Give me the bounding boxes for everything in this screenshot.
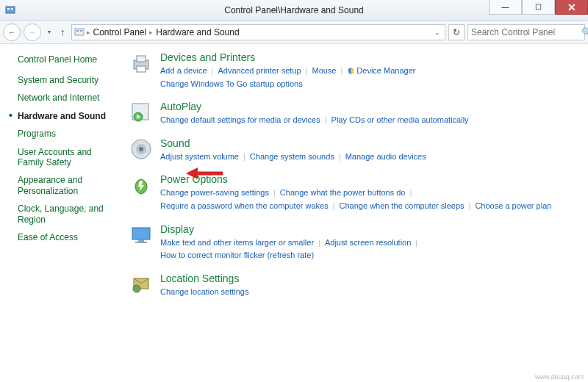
- category-links: Change power-saving settings| Change wha…: [160, 187, 581, 212]
- link-change-sleep[interactable]: Change when the computer sleeps: [340, 200, 465, 213]
- address-bar: ← → ▾ ↑ ▸ Control Panel ▸ Hardware and S…: [0, 21, 588, 44]
- nav-history-dropdown[interactable]: ▾: [44, 24, 54, 41]
- link-adjust-resolution[interactable]: Adjust screen resolution: [325, 237, 411, 250]
- category-links: Change location settings: [160, 286, 581, 299]
- minimize-button[interactable]: —: [489, 0, 522, 15]
- close-button[interactable]: ✕: [555, 0, 588, 15]
- sidebar-item-clock-language-region[interactable]: Clock, Language, and Region: [18, 203, 119, 225]
- printer-icon: [129, 51, 153, 75]
- sidebar-item-programs[interactable]: Programs: [18, 129, 119, 139]
- autoplay-icon: [129, 101, 153, 124]
- shield-icon: [347, 67, 355, 75]
- sidebar-home[interactable]: Control Panel Home: [18, 54, 119, 65]
- search-icon: 🔍: [581, 27, 588, 37]
- category-sound: Sound Adjust system volume| Change syste…: [129, 137, 581, 164]
- category-links: Change default settings for media or dev…: [160, 114, 581, 127]
- address-dropdown[interactable]: ⌄: [431, 29, 443, 36]
- category-autoplay: AutoPlay Change default settings for med…: [129, 101, 581, 127]
- link-require-password-wake[interactable]: Require a password when the computer wak…: [160, 200, 329, 213]
- sidebar-item-system-and-security[interactable]: System and Security: [18, 75, 119, 85]
- svg-rect-1: [7, 8, 10, 10]
- link-mouse[interactable]: Mouse: [312, 65, 336, 78]
- app-icon: [4, 4, 16, 16]
- svg-rect-16: [135, 242, 147, 243]
- category-display: Display Make text and other items larger…: [129, 223, 581, 262]
- link-windows-to-go[interactable]: Change Windows To Go startup options: [160, 78, 303, 91]
- category-location-settings: Location Settings Change location settin…: [129, 273, 581, 299]
- link-play-cds[interactable]: Play CDs or other media automatically: [331, 114, 469, 127]
- svg-rect-7: [137, 56, 146, 62]
- window-title: Control Panel\Hardware and Sound: [224, 5, 363, 15]
- chevron-right-icon[interactable]: ▸: [149, 29, 153, 36]
- content-area: Devices and Printers Add a device| Advan…: [125, 44, 588, 382]
- link-add-a-device[interactable]: Add a device: [160, 65, 207, 78]
- category-devices-and-printers: Devices and Printers Add a device| Advan…: [129, 51, 581, 90]
- category-title[interactable]: Power Options: [160, 173, 581, 185]
- sidebar-item-network-and-internet[interactable]: Network and Internet: [18, 93, 119, 103]
- control-panel-icon: [74, 26, 85, 38]
- link-text-size[interactable]: Make text and other items larger or smal…: [160, 237, 314, 250]
- category-links: Add a device| Advanced printer setup| Mo…: [160, 65, 581, 90]
- svg-rect-4: [76, 30, 79, 32]
- link-choose-power-plan[interactable]: Choose a power plan: [475, 200, 551, 213]
- svg-rect-14: [132, 228, 150, 239]
- search-input[interactable]: [471, 27, 581, 37]
- svg-point-13: [139, 147, 143, 151]
- titlebar: Control Panel\Hardware and Sound — ☐ ✕: [0, 0, 588, 21]
- svg-marker-20: [186, 167, 198, 179]
- svg-point-18: [133, 285, 140, 292]
- category-title[interactable]: Location Settings: [160, 273, 581, 284]
- location-icon: [129, 273, 153, 296]
- link-change-default-media[interactable]: Change default settings for media or dev…: [160, 114, 320, 127]
- category-title[interactable]: Display: [160, 223, 581, 235]
- link-change-system-sounds[interactable]: Change system sounds: [250, 151, 334, 164]
- svg-rect-3: [75, 29, 84, 35]
- sidebar-item-user-accounts[interactable]: User Accounts and Family Safety: [18, 147, 119, 168]
- sidebar: Control Panel Home System and Security N…: [0, 44, 125, 382]
- breadcrumb-control-panel[interactable]: Control Panel: [92, 27, 148, 37]
- display-icon: [129, 223, 153, 247]
- svg-rect-5: [80, 30, 82, 32]
- maximize-button[interactable]: ☐: [522, 0, 555, 15]
- category-title[interactable]: AutoPlay: [160, 101, 581, 112]
- power-icon: [129, 173, 153, 197]
- svg-rect-0: [6, 7, 15, 13]
- link-change-location[interactable]: Change location settings: [160, 286, 248, 299]
- link-device-manager[interactable]: Device Manager: [356, 65, 415, 78]
- breadcrumb[interactable]: ▸ Control Panel ▸ Hardware and Sound ⌄: [71, 24, 446, 40]
- refresh-button[interactable]: ↻: [448, 24, 465, 40]
- back-button[interactable]: ←: [3, 24, 21, 41]
- link-advanced-printer-setup[interactable]: Advanced printer setup: [218, 65, 301, 78]
- watermark: www.deuaq.com: [535, 373, 584, 381]
- category-links: Make text and other items larger or smal…: [160, 237, 581, 262]
- link-monitor-flicker[interactable]: How to correct monitor flicker (refresh …: [160, 249, 314, 262]
- chevron-right-icon[interactable]: ▸: [87, 29, 90, 36]
- category-title[interactable]: Sound: [160, 137, 581, 149]
- sidebar-item-hardware-and-sound[interactable]: Hardware and Sound: [18, 111, 119, 121]
- forward-button[interactable]: →: [24, 24, 41, 41]
- link-change-power-saving[interactable]: Change power-saving settings: [160, 187, 269, 200]
- link-power-buttons[interactable]: Change what the power buttons do: [280, 187, 406, 200]
- category-title[interactable]: Devices and Printers: [160, 51, 581, 63]
- breadcrumb-hardware-and-sound[interactable]: Hardware and Sound: [154, 27, 240, 37]
- sidebar-item-ease-of-access[interactable]: Ease of Access: [18, 232, 119, 242]
- link-manage-audio-devices[interactable]: Manage audio devices: [345, 151, 426, 164]
- up-button[interactable]: ↑: [57, 26, 68, 37]
- speaker-icon: [129, 137, 153, 161]
- sidebar-item-appearance[interactable]: Appearance and Personalization: [18, 175, 119, 196]
- link-adjust-system-volume[interactable]: Adjust system volume: [160, 151, 239, 164]
- svg-rect-15: [138, 239, 144, 242]
- svg-rect-2: [11, 8, 13, 10]
- svg-rect-8: [137, 66, 146, 72]
- red-arrow-annotation: [186, 166, 223, 181]
- category-links: Adjust system volume| Change system soun…: [160, 151, 581, 164]
- search-box[interactable]: 🔍: [467, 24, 585, 40]
